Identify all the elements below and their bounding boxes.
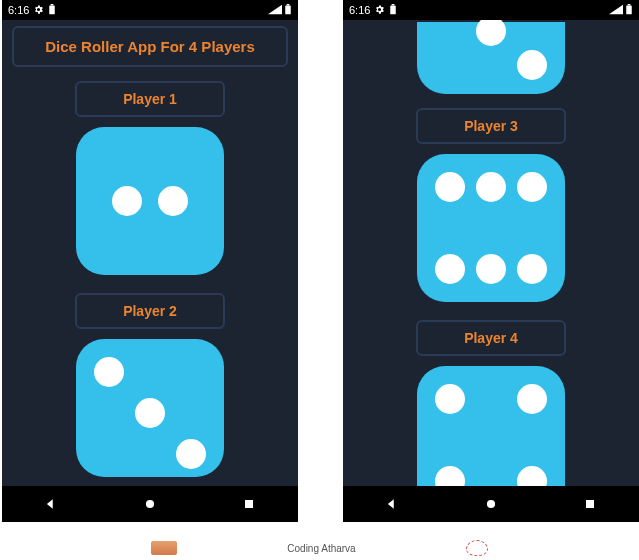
player-3-button[interactable]: Player 3 (416, 108, 566, 144)
phone-screenshot-right: 6:16 Player 3 (343, 0, 639, 522)
nav-home-button[interactable] (483, 496, 499, 512)
player-1-die[interactable] (76, 127, 224, 275)
logo-icon (151, 541, 177, 555)
battery-icon (48, 4, 56, 17)
app-content: Dice Roller App For 4 Players Player 1 P… (2, 20, 298, 486)
battery-full-icon (284, 4, 292, 17)
svg-rect-5 (245, 500, 253, 508)
app-content: Player 3 Player 4 (343, 20, 639, 486)
player-4-button[interactable]: Player 4 (416, 320, 566, 356)
nav-back-button[interactable] (384, 496, 400, 512)
svg-rect-11 (586, 500, 594, 508)
brace-logo-icon (466, 540, 488, 556)
svg-rect-1 (51, 4, 54, 5)
player-3-die[interactable] (417, 154, 565, 302)
svg-rect-8 (626, 5, 632, 14)
svg-rect-3 (287, 4, 290, 5)
battery-full-icon (625, 4, 633, 17)
player-1-button[interactable]: Player 1 (75, 81, 225, 117)
status-bar: 6:16 (343, 0, 639, 20)
signal-icon (268, 4, 282, 17)
svg-rect-9 (628, 4, 631, 5)
phone-screenshot-left: 6:16 Dice Roller App For 4 Players Playe… (2, 0, 298, 522)
nav-recent-button[interactable] (241, 496, 257, 512)
svg-rect-6 (391, 5, 397, 14)
android-nav-bar (343, 486, 639, 522)
android-nav-bar (2, 486, 298, 522)
svg-rect-2 (285, 5, 291, 14)
player-4-die[interactable] (417, 366, 565, 486)
svg-rect-0 (50, 5, 56, 14)
player-2-die[interactable] (76, 339, 224, 477)
gear-icon (374, 4, 385, 17)
nav-recent-button[interactable] (582, 496, 598, 512)
status-time: 6:16 (8, 4, 29, 16)
signal-icon (609, 4, 623, 17)
svg-rect-7 (392, 4, 395, 5)
svg-point-10 (487, 500, 495, 508)
footer-caption: Coding Atharva (287, 543, 355, 554)
app-title: Dice Roller App For 4 Players (12, 26, 288, 67)
nav-home-button[interactable] (142, 496, 158, 512)
gear-icon (33, 4, 44, 17)
status-time: 6:16 (349, 4, 370, 16)
page-footer: Coding Atharva (0, 536, 639, 560)
player-2-button[interactable]: Player 2 (75, 293, 225, 329)
svg-point-4 (146, 500, 154, 508)
partial-die-top[interactable] (417, 26, 565, 94)
battery-icon (389, 4, 397, 17)
nav-back-button[interactable] (43, 496, 59, 512)
status-bar: 6:16 (2, 0, 298, 20)
